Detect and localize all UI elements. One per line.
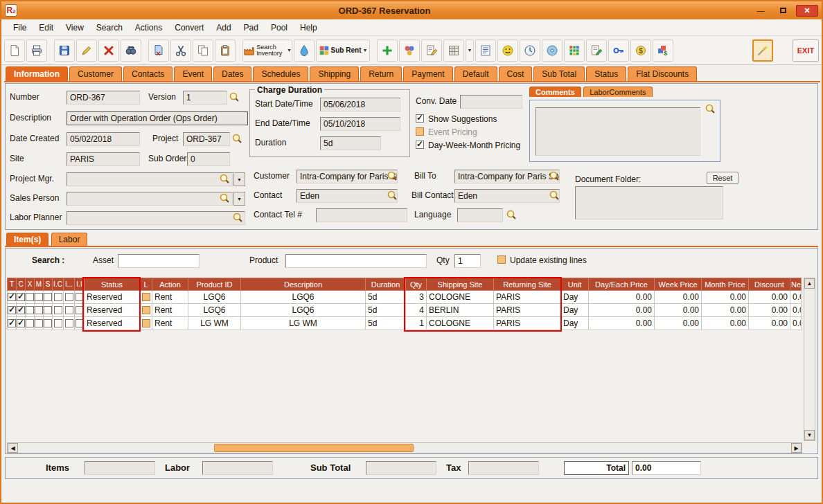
search-inventory-button[interactable]: Search Inventory▼	[242, 39, 292, 62]
tab-return[interactable]: Return	[360, 66, 402, 81]
row-checkbox-idots[interactable]	[65, 319, 73, 327]
scroll-down-button[interactable]: ▼	[804, 430, 815, 440]
col-s[interactable]: S	[44, 278, 53, 291]
date-created-field[interactable]: 05/02/2018	[67, 132, 140, 146]
col-unit[interactable]: Unit	[561, 278, 589, 291]
row-checkbox-l[interactable]	[142, 293, 150, 301]
language-field[interactable]	[457, 208, 503, 222]
version-magnifier-icon[interactable]	[229, 91, 240, 102]
menu-file[interactable]: File	[7, 21, 33, 35]
row-checkbox-idots[interactable]	[65, 306, 73, 314]
cost-cubes-button[interactable]: $	[653, 39, 673, 62]
tab-schedules[interactable]: Schedules	[253, 66, 308, 81]
time-button[interactable]	[520, 39, 540, 62]
tab-customer[interactable]: Customer	[69, 66, 122, 81]
close-button[interactable]: ✕	[796, 5, 818, 17]
tab-event[interactable]: Event	[174, 66, 212, 81]
menu-add[interactable]: Add	[210, 21, 237, 35]
fill-button[interactable]	[294, 39, 315, 62]
access-key-button[interactable]	[608, 39, 629, 62]
menu-help[interactable]: Help	[294, 21, 324, 35]
delete-button[interactable]	[98, 39, 119, 62]
tab-payment[interactable]: Payment	[403, 66, 452, 81]
menu-search[interactable]: Search	[90, 21, 129, 35]
table-row[interactable]: Reserved Rent LGQ6 LGQ6 5d 4 BERLIN PARI…	[8, 304, 802, 317]
col-ic[interactable]: I.C	[53, 278, 64, 291]
save-button[interactable]	[54, 39, 75, 62]
menu-pad[interactable]: Pad	[238, 21, 265, 35]
bill-contact-field[interactable]: Eden	[454, 189, 560, 203]
row-checkbox-l[interactable]	[142, 306, 150, 314]
contact-field[interactable]: Eden	[297, 189, 398, 203]
col-description[interactable]: Description	[241, 278, 366, 291]
horizontal-scroll-thumb[interactable]	[214, 444, 414, 452]
row-checkbox-m[interactable]	[35, 319, 43, 327]
row-checkbox-l[interactable]	[142, 319, 150, 327]
row-checkbox-m[interactable]	[35, 293, 43, 301]
write-note-button[interactable]	[586, 39, 607, 62]
dwm-pricing-checkbox[interactable]	[416, 141, 424, 149]
row-checkbox-x[interactable]	[26, 306, 34, 314]
pad-dropdown-button[interactable]: ▼	[466, 39, 474, 62]
language-magnifier-icon[interactable]	[506, 209, 517, 220]
cut-button[interactable]	[170, 39, 191, 62]
minimize-button[interactable]: —	[752, 5, 770, 17]
col-status[interactable]: Status	[85, 278, 140, 291]
tab-flat-discounts[interactable]: Flat Discounts	[628, 66, 697, 81]
project-field[interactable]: ORD-367	[183, 132, 230, 146]
project-magnifier-icon[interactable]	[231, 133, 242, 144]
labor-planner-field[interactable]	[67, 211, 245, 225]
tab-default[interactable]: Default	[454, 66, 497, 81]
col-qty[interactable]: Qty	[406, 278, 427, 291]
col-t[interactable]: T	[8, 278, 17, 291]
version-field[interactable]: 1	[183, 91, 227, 105]
inventory-cubes-button[interactable]	[564, 39, 585, 62]
scroll-up-button[interactable]: ▲	[804, 278, 815, 289]
show-suggestions-checkbox[interactable]	[416, 114, 424, 123]
row-checkbox-s[interactable]	[44, 319, 52, 327]
col-ii[interactable]: I.I	[75, 278, 85, 291]
tab-status[interactable]: Status	[586, 66, 626, 81]
tab-comments[interactable]: Comments	[529, 87, 581, 97]
description-field[interactable]: Order with Operation Order (Ops Order)	[67, 111, 248, 125]
row-checkbox-ic[interactable]	[54, 306, 62, 314]
tab-labor-comments[interactable]: LaborComments	[583, 87, 652, 97]
currency-button[interactable]: $	[630, 39, 651, 62]
maximize-button[interactable]	[774, 5, 792, 17]
col-shipping-site[interactable]: Shipping Site	[427, 278, 494, 291]
menu-pool[interactable]: Pool	[265, 21, 294, 35]
comments-textarea[interactable]	[536, 107, 700, 156]
paste-button[interactable]	[215, 39, 236, 62]
event-pricing-checkbox[interactable]	[416, 127, 424, 136]
row-checkbox-ic[interactable]	[54, 319, 62, 327]
print-button[interactable]	[26, 39, 47, 62]
col-m[interactable]: M	[35, 278, 44, 291]
row-checkbox-t[interactable]	[8, 306, 16, 314]
tab-items[interactable]: Item(s)	[6, 233, 48, 246]
feedback-button[interactable]	[497, 39, 518, 62]
table-row[interactable]: Reserved Rent LGQ6 LGQ6 5d 3 COLOGNE PAR…	[8, 291, 802, 304]
document-folder-box[interactable]	[575, 186, 723, 219]
col-idots[interactable]: I...	[64, 278, 75, 291]
row-checkbox-ii[interactable]	[76, 306, 84, 314]
col-month-price[interactable]: Month Price	[702, 278, 749, 291]
col-product-id[interactable]: Product ID	[188, 278, 241, 291]
row-checkbox-ic[interactable]	[54, 293, 62, 301]
row-checkbox-c[interactable]	[17, 293, 25, 301]
comments-magnifier-icon[interactable]	[705, 103, 716, 114]
menu-view[interactable]: View	[60, 21, 90, 35]
qty-input[interactable]: 1	[454, 254, 481, 268]
row-checkbox-x[interactable]	[26, 319, 34, 327]
exit-button[interactable]: EXIT	[793, 39, 819, 62]
site-field[interactable]: PARIS	[67, 152, 140, 166]
start-date-field[interactable]: 05/06/2018	[320, 98, 400, 111]
sub-rent-button[interactable]: Sub Rent▼	[316, 39, 370, 62]
col-duration[interactable]: Duration	[366, 278, 406, 291]
bill-to-magnifier-icon[interactable]	[549, 170, 560, 181]
row-checkbox-ii[interactable]	[76, 319, 84, 327]
copy-button[interactable]	[193, 39, 213, 62]
dropdown-arrow-icon[interactable]: ▼	[287, 48, 292, 53]
menu-convert[interactable]: Convert	[168, 21, 210, 35]
report-button[interactable]	[475, 39, 496, 62]
conv-date-field[interactable]	[460, 95, 522, 109]
